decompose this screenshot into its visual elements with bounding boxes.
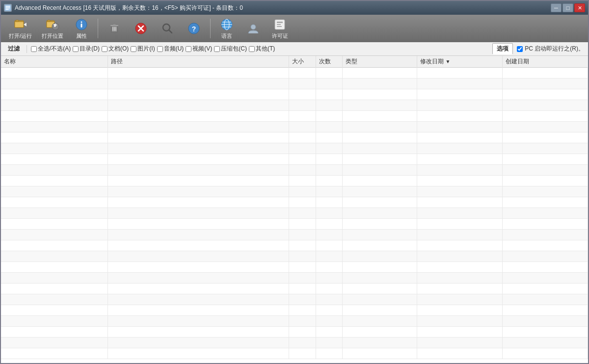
filter-all-checkbox[interactable] <box>31 46 37 52</box>
filter-audio[interactable]: 音频(U) <box>157 45 184 53</box>
table-header-row: 名称 路径 大小 次数 类型 修改日期 <box>1 56 588 68</box>
license-label: 许可证 <box>272 32 288 40</box>
col-header-size[interactable]: 大小 <box>289 56 316 68</box>
search-button[interactable] <box>155 20 180 37</box>
open-run-button[interactable]: 打开/运行 <box>5 16 36 42</box>
open-run-label: 打开/运行 <box>9 32 32 40</box>
table-row <box>1 316 588 327</box>
filter-video[interactable]: 视频(V) <box>186 45 212 53</box>
filter-archive-label: 压缩包(C) <box>221 45 247 53</box>
title-bar: Advanced Recent Access [16 天试用版，剩余天数：16，… <box>1 1 588 15</box>
filter-audio-checkbox[interactable] <box>157 46 163 52</box>
filter-sep <box>27 45 27 53</box>
filter-img-checkbox[interactable] <box>131 46 136 52</box>
svg-rect-6 <box>48 20 50 22</box>
col-header-name[interactable]: 名称 <box>1 56 107 68</box>
startup-run-check[interactable]: PC 启动即运行之(R)。 <box>517 45 584 53</box>
filter-img-label: 图片(I) <box>137 45 155 53</box>
filter-img[interactable]: 图片(I) <box>131 45 155 53</box>
svg-text:?: ? <box>192 25 196 33</box>
filter-bar: 过滤 全选/不选(A) 目录(D) 文档(O) 图片(I) 音频(U) 视频(V… <box>1 42 588 56</box>
window-title: Advanced Recent Access [16 天试用版，剩余天数：16，… <box>15 4 551 12</box>
svg-rect-34 <box>277 24 281 25</box>
language-button[interactable]: 语言 <box>214 16 239 42</box>
user-icon <box>246 22 260 35</box>
svg-rect-35 <box>277 26 282 27</box>
minimize-button[interactable]: ─ <box>551 3 562 12</box>
filter-dir-checkbox[interactable] <box>73 46 79 52</box>
startup-run-checkbox[interactable] <box>517 46 523 52</box>
properties-label: 属性 <box>76 32 87 40</box>
table-row <box>1 165 588 176</box>
filter-other-label: 其他(T) <box>256 45 275 53</box>
properties-button[interactable]: 属性 <box>69 16 94 42</box>
svg-rect-14 <box>110 25 118 26</box>
toolbar-sep-2 <box>210 19 211 38</box>
svg-line-23 <box>169 30 172 33</box>
table-row <box>1 143 588 154</box>
filter-video-label: 视频(V) <box>192 45 212 53</box>
help-icon: ? <box>187 22 201 35</box>
table-row <box>1 132 588 143</box>
col-header-modified[interactable]: 修改日期 <box>417 56 503 68</box>
table-row <box>1 273 588 284</box>
globe-icon <box>220 18 234 31</box>
filter-other[interactable]: 其他(T) <box>249 45 275 53</box>
table-row <box>1 154 588 165</box>
filter-video-checkbox[interactable] <box>186 46 191 52</box>
col-header-created[interactable]: 创建日期 <box>503 56 588 68</box>
table-row <box>1 219 588 230</box>
license-button[interactable]: 许可证 <box>268 16 292 42</box>
table-row <box>1 230 588 240</box>
col-header-type[interactable]: 类型 <box>343 56 417 68</box>
delete-button[interactable] <box>102 20 127 37</box>
window-controls: ─ □ ✕ <box>551 3 585 12</box>
table-row <box>1 176 588 186</box>
filter-other-checkbox[interactable] <box>249 46 255 52</box>
table-row <box>1 251 588 262</box>
table-row <box>1 197 588 208</box>
filter-archive[interactable]: 压缩包(C) <box>214 45 247 53</box>
filter-dir-label: 目录(D) <box>80 45 100 53</box>
maximize-button[interactable]: □ <box>562 3 573 12</box>
svg-rect-2 <box>15 22 24 27</box>
table-row <box>1 284 588 294</box>
table-row <box>1 294 588 305</box>
user-button[interactable] <box>241 20 266 37</box>
filter-all-label: 全选/不选(A) <box>38 45 71 53</box>
remove-icon <box>134 22 148 35</box>
startup-run-label: PC 启动即运行之(R)。 <box>525 45 584 53</box>
filter-archive-checkbox[interactable] <box>214 46 220 52</box>
app-icon <box>4 4 12 12</box>
toolbar: 打开/运行 打开位置 <box>1 15 588 42</box>
help-button[interactable]: ? <box>182 20 206 37</box>
table-row <box>1 348 588 359</box>
file-table-container: 名称 路径 大小 次数 类型 修改日期 <box>1 56 588 363</box>
filter-doc-checkbox[interactable] <box>102 46 107 52</box>
filter-all[interactable]: 全选/不选(A) <box>31 45 71 53</box>
col-header-path[interactable]: 路径 <box>107 56 289 68</box>
svg-point-11 <box>81 21 82 23</box>
close-button[interactable]: ✕ <box>574 3 585 12</box>
table-body <box>1 68 588 359</box>
svg-rect-3 <box>16 20 19 22</box>
table-row <box>1 208 588 219</box>
options-tab[interactable]: 选项 <box>492 43 513 54</box>
svg-point-31 <box>251 25 256 29</box>
table-row <box>1 111 588 122</box>
table-row <box>1 122 588 132</box>
filter-audio-label: 音频(U) <box>164 45 184 53</box>
table-row <box>1 338 588 348</box>
table-row <box>1 78 588 89</box>
properties-icon <box>75 18 88 31</box>
remove-button[interactable] <box>129 20 153 37</box>
filter-doc[interactable]: 文档(O) <box>102 45 129 53</box>
language-label: 语言 <box>221 32 232 40</box>
filter-dir[interactable]: 目录(D) <box>73 45 100 53</box>
svg-rect-12 <box>81 24 82 27</box>
toolbar-sep-1 <box>98 19 98 38</box>
open-run-icon <box>14 18 27 31</box>
open-location-button[interactable]: 打开位置 <box>38 16 67 42</box>
table-row <box>1 89 588 100</box>
col-header-count[interactable]: 次数 <box>316 56 342 68</box>
